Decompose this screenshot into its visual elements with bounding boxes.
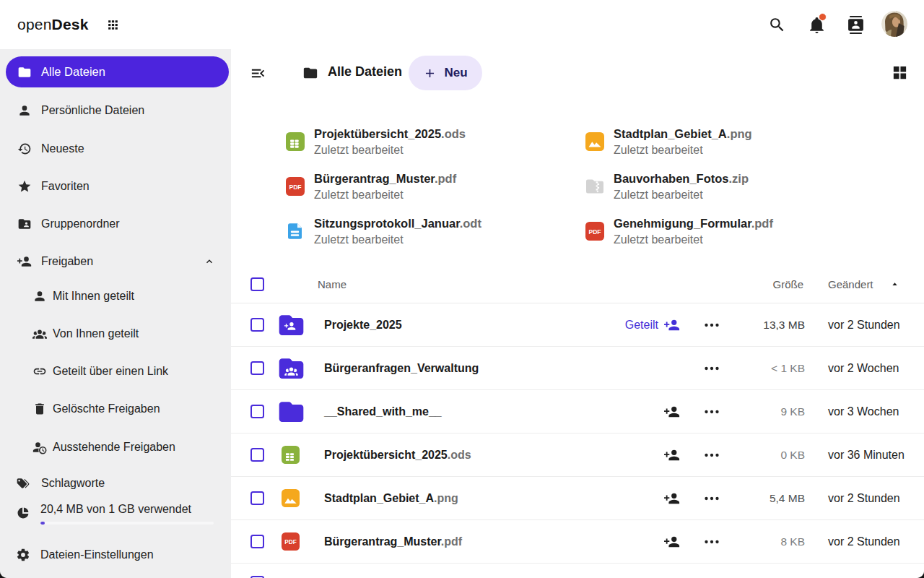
sidebar-item-favoriten[interactable]: Favoriten [0,171,231,202]
sidebar-item-freigaben[interactable]: Freigaben [0,246,231,277]
recent-file-ext: .zip [729,172,749,185]
star-icon [17,179,32,194]
recent-file-name: Bürgerantrag_Muster [314,172,435,185]
sidebar-item-label: Gruppenordner [41,217,120,230]
recent-file-name: Genehmigung_Formular [614,217,751,230]
table-row[interactable]: Projekte_2025 Geteilt 13,3 MB vor 2 Stun… [231,303,924,347]
sidebar-item-alle-dateien[interactable]: Alle Dateien [6,56,229,87]
recent-file-ext: .ods [441,127,466,140]
shared-link[interactable]: Geteilt [625,303,658,347]
actions-menu-button[interactable] [703,321,720,329]
share-icon[interactable] [664,404,680,420]
row-checkbox[interactable] [250,318,264,332]
pdf-file-icon [282,532,300,551]
sort-ascending-icon[interactable] [889,279,900,290]
menu-open-icon [250,65,266,82]
file-name: __Shared_with_me__ [324,405,442,418]
search-button[interactable] [762,0,791,49]
table-row[interactable]: __Shared_with_me__ 9 KB vor 3 Wochen [231,390,924,434]
sidebar-item-dateien-einstellungen[interactable]: Dateien-Einstellungen [0,539,231,571]
table-header: Name Größe Geändert [231,266,924,303]
file-size: 0 KB [780,434,805,477]
sidebar-item-neueste[interactable]: Neueste [0,133,231,165]
share-icon[interactable] [664,447,680,463]
plus-icon [423,66,437,80]
trash-icon [32,402,47,416]
file-modified: vor 2 Stunden [828,303,900,347]
recent-file[interactable]: Genehmigung_Formular.pdf Zuletzt bearbei… [585,215,860,248]
sidebar-item-ausstehende-freigaben[interactable]: Ausstehende Freigaben [0,431,231,463]
recent-file-name: Bauvorhaben_Fotos [614,172,729,185]
grid-view-toggle[interactable] [892,64,908,81]
account-icon [17,103,32,118]
folder-icon [17,65,32,79]
file-size: < 1 KB [771,347,805,390]
recent-file[interactable]: Bauvorhaben_Fotos.zip Zuletzt bearbeitet [585,171,860,203]
table-row[interactable]: Projektübersicht_2025.ods 0 KB vor 36 Mi… [231,434,924,477]
recent-file-name: Sitzungsprotokoll_Januar [314,217,460,230]
recent-file-ext: .odt [460,217,481,230]
recent-file[interactable]: Bürgerantrag_Muster.pdf Zuletzt bearbeit… [286,171,560,203]
file-modified: vor 2 Stunden [828,520,900,564]
recent-file[interactable]: Sitzungsprotokoll_Januar.odt Zuletzt bea… [286,215,560,248]
file-name: Projekte_2025 [324,319,402,331]
recent-file[interactable]: Projektübersicht_2025.ods Zuletzt bearbe… [286,126,560,158]
notifications-button[interactable] [802,0,831,49]
pdf-file-icon [286,177,305,196]
file-table: Name Größe Geändert Projekte_2025 Geteil… [231,266,924,578]
collapse-sidebar-button[interactable] [250,65,266,82]
pie-chart-icon [16,506,30,520]
new-file-button[interactable]: Neu [409,56,482,90]
quota-progress-fill [40,522,45,525]
table-row-partial[interactable] [231,564,924,578]
sidebar-item-schlagworte[interactable]: Schlagworte [0,467,231,499]
sidebar-quota[interactable]: 20,4 MB von 1 GB verwendet [0,497,231,529]
apps-grid-icon [106,18,120,32]
actions-menu-button[interactable] [703,364,720,373]
file-name: Stadtplan_Gebiet_A [324,492,434,504]
sidebar-item-gruppenordner[interactable]: Gruppenordner [0,208,231,240]
breadcrumb-folder-icon [302,65,318,81]
app-launcher-button[interactable] [98,0,127,49]
table-row[interactable]: Bürgeranfragen_Verwaltung < 1 KB vor 2 W… [231,347,924,390]
chevron-up-icon[interactable] [204,256,215,267]
sidebar-item-persoenliche-dateien[interactable]: Persönliche Dateien [0,95,231,126]
recent-file[interactable]: Stadtplan_Gebiet_A.png Zuletzt bearbeite… [585,126,860,158]
table-row[interactable]: Bürgerantrag_Muster.pdf 8 KB vor 2 Stund… [231,520,924,564]
avatar-photo [881,11,907,37]
select-all-checkbox[interactable] [250,277,264,291]
column-header-modified[interactable]: Geändert [828,266,873,303]
settings-label: Dateien-Einstellungen [40,548,154,561]
recent-file-name: Stadtplan_Gebiet_A [614,127,727,140]
row-checkbox[interactable] [250,405,264,418]
sidebar-item-label: Freigaben [41,255,93,268]
opendesk-logo[interactable]: openDesk [17,0,89,49]
table-row[interactable]: Stadtplan_Gebiet_A.png 5,4 MB vor 2 Stun… [231,477,924,520]
search-icon [768,16,786,34]
contacts-button[interactable] [841,0,870,49]
actions-menu-button[interactable] [703,538,720,546]
sidebar-item-von-ihnen-geteilt[interactable]: Von Ihnen geteilt [0,318,231,350]
row-checkbox[interactable] [250,535,264,548]
column-header-size[interactable]: Größe [772,266,803,303]
contacts-icon [847,16,865,34]
page-title: Alle Dateien [328,64,402,79]
share-icon[interactable] [664,491,680,506]
sidebar-item-mit-ihnen-geteilt[interactable]: Mit Ihnen geteilt [0,280,231,312]
file-modified: vor 2 Wochen [828,347,899,390]
sidebar: Alle Dateien Persönliche Dateien Neueste… [0,49,231,578]
share-icon[interactable] [664,317,680,333]
row-checkbox[interactable] [250,491,264,505]
row-checkbox[interactable] [250,448,264,462]
share-icon[interactable] [664,534,680,550]
sidebar-item-geloeschte-freigaben[interactable]: Gelöschte Freigaben [0,393,231,425]
column-header-name[interactable]: Name [318,266,346,303]
actions-menu-button[interactable] [703,407,720,416]
row-checkbox[interactable] [250,361,264,375]
actions-menu-button[interactable] [703,451,720,460]
sidebar-item-geteilt-ueber-link[interactable]: Geteilt über einen Link [0,355,231,387]
user-avatar[interactable] [881,11,907,37]
actions-menu-button[interactable] [703,494,720,503]
logo-desk: Desk [52,16,89,33]
file-size: 9 KB [780,390,805,434]
